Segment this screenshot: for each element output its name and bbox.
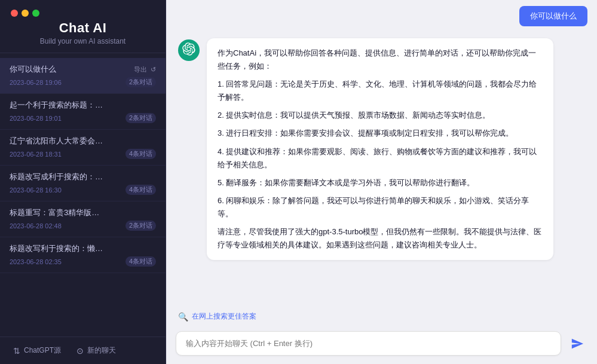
chat-item-time-0: 2023-06-28 19:06 [10, 79, 62, 86]
chat-item-title-1: 起一个利于搜索的标题：【实战... [10, 100, 105, 111]
export-label-0[interactable]: 导出 [134, 65, 147, 74]
chat-item-title-0: 你可以做什么 [10, 64, 56, 75]
chat-item-title-2: 辽宁省沈阳市人大常委会原党组... [10, 136, 105, 146]
chat-item-time-5: 2023-06-28 02:35 [10, 258, 62, 265]
send-button[interactable] [567, 334, 587, 354]
sidebar-header: Chat AI Build your own AI assistant [0, 0, 166, 53]
chat-item[interactable]: 标题重写：富贵3精华版富贵电... 2023-06-28 02:48 2条对话 [0, 201, 166, 237]
search-hint-icon: 🔍 [178, 312, 188, 322]
chat-item-header-1: 起一个利于搜索的标题：【实战... [10, 100, 156, 111]
new-chat-btn[interactable]: ⊙ 新的聊天 [72, 343, 121, 358]
app-container: Chat AI Build your own AI assistant 你可以做… [0, 0, 597, 364]
chat-item-meta-3: 2023-06-28 16:30 4条对话 [10, 185, 156, 195]
chat-item-meta-1: 2023-06-28 19:01 2条对话 [10, 113, 156, 123]
chat-item-time-4: 2023-06-28 02:48 [10, 222, 62, 230]
main-header: 你可以做什么 [166, 0, 597, 32]
chat-item-header-4: 标题重写：富贵3精华版富贵电... [10, 207, 156, 218]
message-disclaimer: 请注意，尽管我使用了强大的gpt-3.5-turbo模型，但我仍然有一些限制。我… [218, 225, 543, 252]
refresh-icon-0[interactable]: ↺ [151, 66, 156, 74]
maximize-window-btn[interactable] [32, 10, 39, 17]
message-item-0: 1. 回答常见问题：无论是关于历史、科学、文化、地理、计算机等领域的问题，我都会… [218, 78, 543, 104]
message-bubble: 作为ChatAi，我可以帮助你回答各种问题、提供信息、进行简单的对话，还可以帮助… [207, 38, 553, 260]
message-item-2: 3. 进行日程安排：如果你需要安排会议、提醒事项或制定日程安排，我可以帮你完成。 [218, 127, 543, 140]
window-controls [11, 10, 39, 17]
chat-item-count-5: 4条对话 [125, 256, 156, 267]
chat-item-time-2: 2023-06-28 18:31 [10, 151, 62, 158]
chat-item[interactable]: 标题改写成利于搜索的：短视频... 2023-06-28 16:30 4条对话 [0, 166, 166, 201]
filter-icon: ⇅ [13, 346, 20, 356]
chat-item-header-2: 辽宁省沈阳市人大常委会原党组... [10, 136, 156, 146]
chat-item-meta-5: 2023-06-28 02:35 4条对话 [10, 256, 156, 267]
chat-item[interactable]: 你可以做什么 导出 ↺ 2023-06-28 19:06 2条对话 [0, 58, 166, 94]
send-icon [571, 337, 584, 350]
sidebar-footer: ⇅ ChatGPT源 ⊙ 新的聊天 [0, 337, 166, 364]
search-hint-text: 在网上搜索更佳答案 [192, 311, 256, 322]
gpt-icon [182, 42, 195, 59]
chat-item-meta-4: 2023-06-28 02:48 2条对话 [10, 221, 156, 231]
chat-item[interactable]: 起一个利于搜索的标题：【实战... 2023-06-28 19:01 2条对话 [0, 94, 166, 130]
chat-item-title-3: 标题改写成利于搜索的：短视频... [10, 172, 105, 182]
input-area [166, 325, 597, 364]
message-item-3: 4. 提供建议和推荐：如果你需要观影、阅读、旅行、购物或餐饮等方面的建议和推荐，… [218, 145, 543, 172]
message-item-1: 2. 提供实时信息：我可以提供天气预报、股票市场数据、新闻动态等实时信息。 [218, 109, 543, 122]
message-item-4: 5. 翻译服务：如果你需要翻译文本或是学习外语，我可以帮助你进行翻译。 [218, 176, 543, 189]
capability-button[interactable]: 你可以做什么 [519, 6, 587, 26]
chat-item-count-3: 4条对话 [125, 185, 156, 195]
chat-item-actions-0: 导出 ↺ [134, 65, 156, 74]
message-row: 作为ChatAi，我可以帮助你回答各种问题、提供信息、进行简单的对话，还可以帮助… [178, 38, 585, 260]
chat-item-header-0: 你可以做什么 导出 ↺ [10, 64, 156, 75]
chat-item-header-5: 标题改写利于搜索的：懒子卡五... [10, 243, 156, 254]
message-item-5: 6. 闲聊和娱乐：除了解答问题，我还可以与你进行简单的聊天和娱乐，如小游戏、笑话… [218, 194, 543, 221]
chat-item-count-0: 2条对话 [125, 77, 156, 87]
message-intro: 作为ChatAi，我可以帮助你回答各种问题、提供信息、进行简单的对话，还可以帮助… [218, 47, 543, 73]
time-icon: ⊙ [76, 346, 84, 356]
chatgpt-source-btn[interactable]: ⇅ ChatGPT源 [8, 343, 66, 358]
chat-item-title-4: 标题重写：富贵3精华版富贵电... [10, 207, 105, 218]
chat-item-meta-0: 2023-06-28 19:06 2条对话 [10, 77, 156, 87]
main-area: 你可以做什么 作为ChatAi，我可以帮助你回答各种问题、提供信息、进行简单的对… [166, 0, 597, 364]
chat-item-count-1: 2条对话 [125, 113, 156, 123]
messages-area: 作为ChatAi，我可以帮助你回答各种问题、提供信息、进行简单的对话，还可以帮助… [166, 32, 597, 308]
chat-item-time-1: 2023-06-28 19:01 [10, 115, 62, 122]
chat-item[interactable]: 标题改写利于搜索的：懒子卡五... 2023-06-28 02:35 4条对话 [0, 237, 166, 273]
chat-item-title-5: 标题改写利于搜索的：懒子卡五... [10, 243, 105, 254]
sidebar: Chat AI Build your own AI assistant 你可以做… [0, 0, 166, 364]
chat-list: 你可以做什么 导出 ↺ 2023-06-28 19:06 2条对话 起一个利于搜… [0, 53, 166, 337]
close-window-btn[interactable] [11, 10, 18, 17]
app-title: Chat AI [59, 20, 107, 36]
avatar [178, 39, 200, 61]
chat-input[interactable] [176, 331, 561, 356]
app-subtitle: Build your own AI assistant [40, 37, 125, 45]
chat-item-meta-2: 2023-06-28 18:31 4条对话 [10, 149, 156, 159]
chatgpt-source-label: ChatGPT源 [24, 345, 61, 356]
chat-item-header-3: 标题改写成利于搜索的：短视频... [10, 172, 156, 182]
chat-item-count-2: 4条对话 [125, 149, 156, 159]
chat-item-time-3: 2023-06-28 16:30 [10, 186, 62, 194]
minimize-window-btn[interactable] [22, 10, 29, 17]
search-hint[interactable]: 🔍 在网上搜索更佳答案 [166, 308, 597, 325]
new-chat-label: 新的聊天 [87, 345, 116, 356]
chat-item-count-4: 2条对话 [125, 221, 156, 231]
chat-item[interactable]: 辽宁省沈阳市人大常委会原党组... 2023-06-28 18:31 4条对话 [0, 130, 166, 166]
